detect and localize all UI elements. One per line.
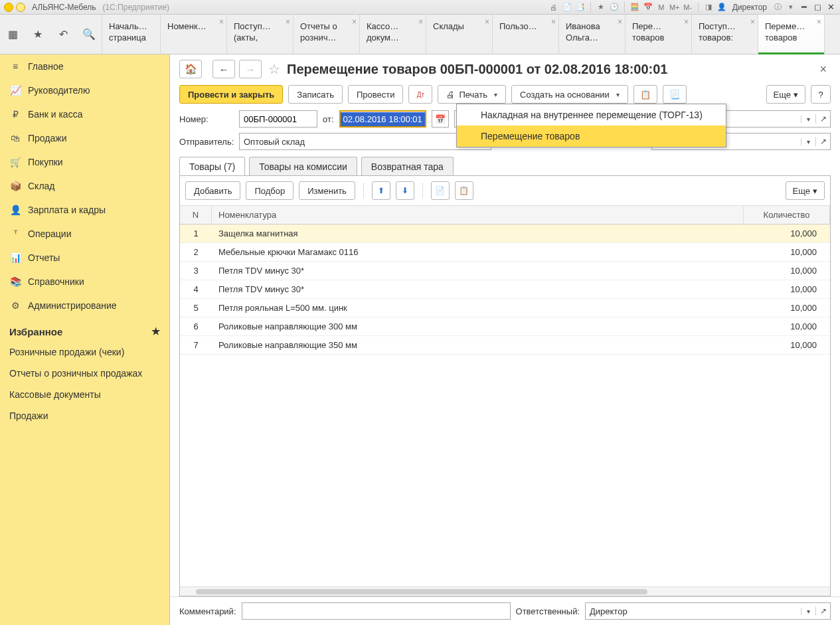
table-row[interactable]: 1Защелка магнитная10,000 xyxy=(180,224,830,243)
tab-warehouses[interactable]: Склады× xyxy=(426,15,493,54)
tab-receipt[interactable]: Поступ… (акты,× xyxy=(227,15,294,54)
table-row[interactable]: 7Роликовые направляющие 350 мм10,000 xyxy=(180,336,830,355)
tab-close-icon[interactable]: × xyxy=(551,17,556,28)
sidebar-item-main[interactable]: ≡Главное xyxy=(0,54,169,78)
back-button[interactable]: ← xyxy=(212,60,235,78)
copy-button[interactable]: 📄 xyxy=(431,181,450,200)
more-button[interactable]: Еще▾ xyxy=(766,85,805,104)
table-row[interactable]: 3Петля TDV минус 30*10,000 xyxy=(180,262,830,280)
info-dropdown-icon[interactable]: ▾ xyxy=(786,2,796,13)
tab-users[interactable]: Пользо…× xyxy=(493,15,559,54)
subtab-goods[interactable]: Товары (7) xyxy=(179,157,245,175)
subtab-commission[interactable]: Товары на комиссии xyxy=(249,157,357,175)
print-button[interactable]: 🖨Печать xyxy=(438,85,506,104)
post-and-close-button[interactable]: Провести и закрыть xyxy=(179,85,283,104)
tab-reports[interactable]: Отчеты о рознич…× xyxy=(294,15,360,54)
tab-home[interactable]: Началь… страница xyxy=(102,15,161,54)
tab-close-icon[interactable]: × xyxy=(485,17,489,28)
chevron-down-icon[interactable]: ▾ xyxy=(801,116,815,123)
help-button[interactable]: ? xyxy=(811,85,831,104)
col-name[interactable]: Номенклатура xyxy=(212,206,744,224)
doc-icon[interactable]: 📄 xyxy=(562,2,572,13)
col-n[interactable]: N xyxy=(180,206,212,224)
printer-icon[interactable]: 🖨 xyxy=(548,2,559,13)
sidebar-item-sales[interactable]: 🛍Продажи xyxy=(0,126,169,150)
home-button[interactable]: 🏠 xyxy=(179,60,202,78)
history-icon[interactable]: ↶ xyxy=(56,27,71,42)
responsible-field[interactable]: Директор▾↗ xyxy=(585,602,831,620)
save-button[interactable]: Записать xyxy=(288,85,343,104)
sidebar-item-ops[interactable]: ᵀОперации xyxy=(0,222,169,246)
calendar-icon[interactable]: 📅 xyxy=(643,2,653,13)
calendar-button[interactable]: 📅 xyxy=(432,110,449,128)
search-icon[interactable]: 🔍 xyxy=(82,27,96,42)
compare-icon[interactable]: 📑 xyxy=(575,2,586,13)
apps-icon[interactable]: ▦ xyxy=(5,27,20,42)
scroll-thumb[interactable] xyxy=(196,589,647,594)
chevron-down-icon[interactable]: ▾ xyxy=(801,138,815,145)
sidebar-item-reports[interactable]: 📊Отчеты xyxy=(0,246,169,270)
open-icon[interactable]: ↗ xyxy=(815,114,830,124)
close-button[interactable]: ✕ xyxy=(825,3,836,12)
mplus-icon[interactable]: M+ xyxy=(669,2,680,13)
table-row[interactable]: 4Петля TDV минус 30*10,000 xyxy=(180,280,830,299)
tab-close-icon[interactable]: × xyxy=(817,17,821,28)
struc-button-2[interactable]: 📃 xyxy=(663,85,687,104)
subtab-return[interactable]: Возвратная тара xyxy=(361,157,454,175)
m-icon[interactable]: M xyxy=(656,2,667,13)
tab-nomenclature[interactable]: Номенк…× xyxy=(161,15,227,54)
maximize-button[interactable]: ◻ xyxy=(812,3,823,12)
sidebar-fav-link[interactable]: Отчеты о розничных продажах xyxy=(0,363,169,384)
app-dropdown-icon[interactable] xyxy=(16,3,25,12)
favorite-star-icon[interactable]: ☆ xyxy=(268,61,280,77)
number-input[interactable] xyxy=(239,110,317,128)
edit-button[interactable]: Изменить xyxy=(299,181,355,200)
grid-body[interactable]: 1Защелка магнитная10,0002Мебельные крючк… xyxy=(180,224,830,586)
favorite-icon[interactable]: ★ xyxy=(596,2,606,13)
sidebar-fav-link[interactable]: Кассовые документы xyxy=(0,384,169,405)
sender-field[interactable]: Оптовый склад▾↗ xyxy=(239,133,491,150)
sidebar-fav-link[interactable]: Продажи xyxy=(0,405,169,426)
struc-button-1[interactable]: 📋 xyxy=(633,85,657,104)
add-button[interactable]: Добавить xyxy=(185,181,240,200)
sidebar-item-purchase[interactable]: 🛒Покупки xyxy=(0,150,169,174)
sidebar-item-salary[interactable]: 👤Зарплата и кадры xyxy=(0,198,169,222)
forward-button[interactable]: → xyxy=(239,60,262,78)
sidebar-item-admin[interactable]: ⚙Администрирование xyxy=(0,294,169,317)
star-icon[interactable]: ★ xyxy=(31,27,45,42)
star-icon[interactable]: ★ xyxy=(151,325,160,337)
open-icon[interactable]: ↗ xyxy=(815,606,830,616)
tab-close-icon[interactable]: × xyxy=(418,17,423,28)
table-more-button[interactable]: Еще▾ xyxy=(786,181,825,200)
history-icon[interactable]: 🕒 xyxy=(609,2,620,13)
date-input[interactable]: 02.08.2016 18:00:01 xyxy=(339,110,426,128)
move-down-button[interactable]: ⬇ xyxy=(396,181,414,200)
sidebar-fav-link[interactable]: Розничные продажи (чеки) xyxy=(0,341,169,363)
pick-button[interactable]: Подбор xyxy=(246,181,294,200)
tab-close-icon[interactable]: × xyxy=(750,17,755,28)
tab-close-icon[interactable]: × xyxy=(219,17,224,28)
sidebar-item-warehouse[interactable]: 📦Склад xyxy=(0,174,169,198)
tab-close-icon[interactable]: × xyxy=(684,17,689,28)
doc-close-button[interactable]: × xyxy=(819,62,831,76)
tab-cash[interactable]: Кассо… докум…× xyxy=(360,15,426,54)
calc-icon[interactable]: 🧮 xyxy=(630,2,640,13)
col-qty[interactable]: Количество xyxy=(744,206,830,224)
minimize-button[interactable]: ━ xyxy=(799,3,809,12)
table-row[interactable]: 6Роликовые направляющие 300 мм10,000 xyxy=(180,317,830,336)
open-icon[interactable]: ↗ xyxy=(815,137,830,146)
horizontal-scrollbar[interactable] xyxy=(180,586,830,596)
info-icon[interactable]: ⓘ xyxy=(772,2,783,13)
sidebar-item-manager[interactable]: 📈Руководителю xyxy=(0,78,169,102)
panels-icon[interactable]: ◨ xyxy=(703,2,714,13)
create-based-button[interactable]: Создать на основании xyxy=(511,85,628,104)
paste-button[interactable]: 📋 xyxy=(455,181,473,200)
tab-ivanova[interactable]: Иванова Ольга…× xyxy=(559,15,626,54)
chevron-down-icon[interactable]: ▾ xyxy=(801,608,815,615)
tab-transfer[interactable]: Пере… товаров× xyxy=(626,15,692,54)
print-menu-transfer[interactable]: Перемещение товаров xyxy=(457,126,726,147)
tab-transfer-active[interactable]: Переме… товаров× xyxy=(758,15,825,54)
tab-receipt2[interactable]: Поступ… товаров:× xyxy=(692,15,758,54)
move-up-button[interactable]: ⬆ xyxy=(372,181,390,200)
table-row[interactable]: 5Петля рояльная L=500 мм. цинк10,000 xyxy=(180,299,830,317)
